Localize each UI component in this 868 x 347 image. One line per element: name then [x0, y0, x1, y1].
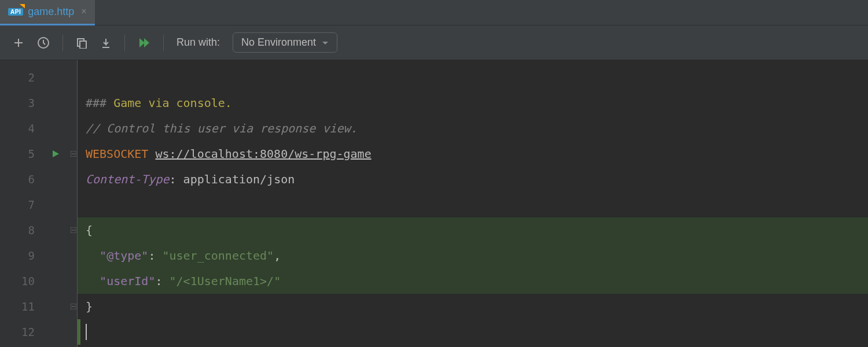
code-line: Content-Type: application/json — [78, 167, 868, 192]
line-number: 4 — [0, 116, 42, 141]
line-number: 3 — [0, 90, 42, 116]
code-line — [78, 319, 868, 345]
environment-selected: No Environment — [241, 36, 316, 49]
run-with-label: Run with: — [176, 36, 220, 49]
toolbar-divider — [163, 35, 164, 51]
line-number-gutter: 2 3 4 5 6 7 8 9 10 11 12 — [0, 60, 42, 347]
line-number: 7 — [0, 192, 42, 217]
gutter-icon-column — [42, 60, 69, 347]
code-line: } — [78, 294, 868, 319]
code-line — [78, 65, 868, 90]
copy-icon[interactable] — [76, 37, 87, 49]
code-line — [78, 192, 868, 217]
editor-toolbar: Run with: No Environment — [0, 25, 868, 60]
line-number: 9 — [0, 243, 42, 268]
code-line: "@type": "user_connected", — [78, 243, 868, 268]
fold-marker-icon[interactable] — [69, 141, 77, 167]
line-number: 5 — [0, 141, 42, 167]
line-number: 2 — [0, 65, 42, 90]
fold-end-icon[interactable] — [69, 294, 77, 319]
toolbar-divider — [124, 35, 125, 51]
file-tab[interactable]: API game.http × — [0, 0, 95, 25]
code-line: "userId": "/<1UserName1>/" — [78, 268, 868, 294]
toolbar-divider — [62, 35, 63, 51]
tab-bar: API game.http × — [0, 0, 868, 25]
import-icon[interactable] — [100, 37, 112, 49]
code-line: { — [78, 217, 868, 243]
code-editor[interactable]: 2 3 4 5 6 7 8 9 10 11 12 — [0, 60, 868, 347]
tab-filename: game.http — [28, 6, 74, 18]
history-icon[interactable] — [37, 36, 50, 49]
line-number: 10 — [0, 268, 42, 294]
fold-column — [69, 60, 78, 347]
environment-select[interactable]: No Environment — [233, 32, 337, 53]
line-number: 11 — [0, 294, 42, 319]
line-number: 6 — [0, 167, 42, 192]
add-icon[interactable] — [13, 37, 24, 49]
fold-marker-icon[interactable] — [69, 217, 77, 243]
chevron-down-icon — [322, 38, 329, 48]
line-number: 12 — [0, 319, 42, 345]
run-gutter-icon[interactable] — [42, 141, 69, 167]
api-file-icon: API — [8, 8, 23, 16]
code-content[interactable]: ### Game via console. // Control this us… — [78, 60, 868, 347]
text-cursor-icon — [86, 324, 87, 340]
line-number: 8 — [0, 217, 42, 243]
svg-rect-2 — [80, 41, 86, 49]
modification-marker-icon — [78, 319, 80, 345]
run-all-icon[interactable] — [138, 36, 150, 49]
close-icon[interactable]: × — [81, 6, 86, 17]
code-line: ### Game via console. — [78, 90, 868, 116]
code-line: // Control this user via response view. — [78, 116, 868, 141]
code-line: WEBSOCKET ws://localhost:8080/ws-rpg-gam… — [78, 141, 868, 167]
